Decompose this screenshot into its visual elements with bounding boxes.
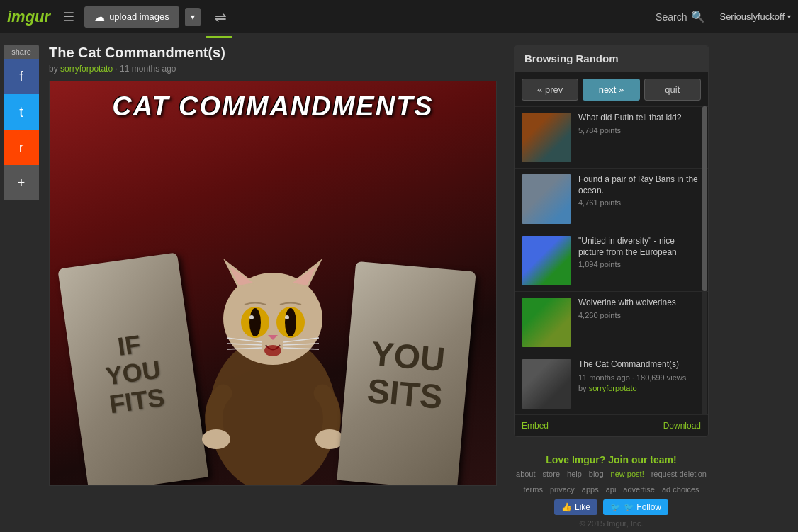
footer-link-deletion[interactable]: request deletion bbox=[651, 470, 707, 478]
list-item[interactable]: Found a pair of Ray Bans in the ocean. 4… bbox=[515, 168, 708, 230]
list-item[interactable]: "United in diversity" - nice picture fro… bbox=[515, 230, 708, 291]
related-points: 1,894 points bbox=[578, 260, 701, 268]
related-title: Wolverine with wolverines bbox=[578, 298, 701, 309]
download-link[interactable]: Download bbox=[663, 421, 701, 431]
svg-point-13 bbox=[264, 345, 281, 356]
facebook-icon: f bbox=[19, 69, 23, 85]
svg-point-20 bbox=[202, 429, 230, 449]
list-item[interactable]: What did Putin tell that kid? 5,784 poin… bbox=[515, 106, 708, 168]
list-item[interactable]: Wolverine with wolverines 4,260 points bbox=[515, 291, 708, 353]
upload-dropdown-button[interactable]: ▾ bbox=[185, 8, 201, 26]
post-meta-prefix: by bbox=[49, 64, 58, 74]
related-info: Wolverine with wolverines 4,260 points bbox=[578, 298, 701, 347]
related-info: What did Putin tell that kid? 5,784 poin… bbox=[578, 113, 701, 162]
related-points: 4,761 points bbox=[578, 198, 701, 207]
related-title: Found a pair of Ray Bans in the ocean. bbox=[578, 174, 701, 196]
post-meta: by sorryforpotato · 11 months ago bbox=[49, 64, 497, 74]
facebook-like-button[interactable]: 👍 Like bbox=[554, 499, 597, 515]
cat-title-text: CAT COMMANDMENTS bbox=[112, 91, 433, 122]
footer-link-api[interactable]: api bbox=[606, 485, 617, 494]
post-image-container: CAT COMMANDMENTS IFYOUFITS bbox=[49, 81, 497, 486]
twitter-follow-button[interactable]: 🐦 🐦 Follow bbox=[603, 499, 668, 515]
copyright: © 2015 Imgur, Inc. bbox=[514, 519, 709, 528]
embed-link[interactable]: Embed bbox=[522, 421, 549, 431]
related-info: The Cat Commandment(s) 11 months ago · 1… bbox=[578, 359, 701, 409]
search-area: Search 🔍 bbox=[656, 10, 705, 23]
reddit-share-button[interactable]: r bbox=[4, 130, 39, 165]
share-label: share bbox=[4, 45, 39, 59]
related-list: What did Putin tell that kid? 5,784 poin… bbox=[515, 106, 708, 414]
related-points: 5,784 points bbox=[578, 126, 701, 135]
hamburger-button[interactable]: ☰ bbox=[59, 6, 79, 28]
svg-point-11 bbox=[285, 315, 289, 319]
twitter-icon: t bbox=[19, 104, 23, 120]
related-title: "United in diversity" - nice picture fro… bbox=[578, 236, 701, 258]
post-time: 11 months ago bbox=[120, 64, 176, 74]
scrollbar[interactable] bbox=[702, 106, 707, 414]
browsing-panel: Browsing Random « prev next » quit What … bbox=[514, 45, 709, 437]
related-thumbnail bbox=[522, 298, 571, 347]
footer-link-blog[interactable]: blog bbox=[589, 470, 604, 478]
twitter-follow-label: 🐦 Follow bbox=[624, 502, 661, 512]
related-author-link[interactable]: sorryforpotato bbox=[589, 384, 637, 392]
post-area: The Cat Commandment(s) by sorryforpotato… bbox=[39, 45, 507, 531]
footer-area: Love Imgur? Join our team! about store h… bbox=[514, 447, 709, 531]
footer-link-store[interactable]: store bbox=[543, 470, 560, 478]
svg-point-9 bbox=[285, 308, 296, 336]
more-icon: + bbox=[18, 176, 26, 191]
related-title: The Cat Commandment(s) bbox=[578, 359, 701, 370]
user-menu[interactable]: Seriouslyfuckoff ▾ bbox=[719, 11, 791, 22]
related-list-wrapper: What did Putin tell that kid? 5,784 poin… bbox=[515, 106, 708, 414]
upload-icon: ☁ bbox=[94, 11, 105, 23]
footer-link-privacy[interactable]: privacy bbox=[550, 485, 575, 494]
nav-buttons: « prev next » quit bbox=[515, 72, 708, 106]
tablet-right-text: YOUSITS bbox=[366, 335, 447, 416]
footer-link-adchoices[interactable]: ad choices bbox=[662, 485, 699, 494]
tablet-left-text: IFYOUFITS bbox=[100, 327, 167, 418]
embed-download-row: Embed Download bbox=[515, 414, 708, 436]
related-meta: 11 months ago · 180,699 views by sorryfo… bbox=[578, 373, 701, 395]
related-info: "United in diversity" - nice picture fro… bbox=[578, 236, 701, 285]
upload-button[interactable]: ☁ upload images bbox=[84, 6, 179, 28]
facebook-share-button[interactable]: f bbox=[4, 59, 39, 94]
footer-links: about store help blog new post! request … bbox=[514, 470, 709, 494]
related-thumbnail bbox=[522, 113, 571, 162]
header: imgur ☰ ☁ upload images ▾ ⇌ Search 🔍 Ser… bbox=[0, 0, 798, 33]
main-content: share f t r + The Cat Commandment(s) by … bbox=[0, 33, 798, 531]
prev-button[interactable]: « prev bbox=[522, 79, 578, 101]
related-title: What did Putin tell that kid? bbox=[578, 113, 701, 124]
scrollbar-thumb[interactable] bbox=[702, 106, 707, 291]
more-share-button[interactable]: + bbox=[4, 165, 39, 200]
footer-link-help[interactable]: help bbox=[567, 470, 582, 478]
right-sidebar: Browsing Random « prev next » quit What … bbox=[507, 45, 716, 531]
footer-link-about[interactable]: about bbox=[516, 470, 536, 478]
quit-button[interactable]: quit bbox=[644, 79, 701, 101]
footer-love-text: Love Imgur? Join our team! bbox=[514, 454, 709, 465]
twitter-share-button[interactable]: t bbox=[4, 94, 39, 130]
footer-link-apps[interactable]: apps bbox=[582, 485, 599, 494]
facebook-like-label: Like bbox=[575, 502, 590, 512]
post-title: The Cat Commandment(s) bbox=[49, 45, 497, 61]
browsing-header: Browsing Random bbox=[515, 45, 708, 72]
post-author-link[interactable]: sorryforpotato bbox=[60, 64, 113, 74]
tablet-right: YOUSITS bbox=[337, 261, 476, 485]
cat-image-background: CAT COMMANDMENTS IFYOUFITS bbox=[50, 81, 496, 485]
next-button[interactable]: next » bbox=[583, 79, 639, 101]
related-thumbnail bbox=[522, 236, 571, 285]
footer-link-terms[interactable]: terms bbox=[523, 485, 543, 494]
footer-link-advertise[interactable]: advertise bbox=[623, 485, 655, 494]
logo: imgur bbox=[7, 8, 50, 26]
twitter-follow-icon: 🐦 bbox=[610, 502, 621, 512]
footer-link-newpost[interactable]: new post! bbox=[611, 470, 644, 478]
list-item[interactable]: The Cat Commandment(s) 11 months ago · 1… bbox=[515, 353, 708, 414]
username-label: Seriouslyfuckoff bbox=[719, 11, 785, 22]
svg-point-8 bbox=[249, 308, 261, 336]
related-points: 4,260 points bbox=[578, 311, 701, 319]
post-image: CAT COMMANDMENTS IFYOUFITS bbox=[50, 81, 496, 485]
social-follow-row: 👍 Like 🐦 🐦 Follow bbox=[514, 499, 709, 515]
chevron-down-icon: ▾ bbox=[787, 13, 791, 21]
search-label: Search bbox=[656, 11, 687, 23]
shuffle-button[interactable]: ⇌ bbox=[209, 6, 232, 28]
share-sidebar: share f t r + bbox=[0, 45, 39, 531]
search-icon[interactable]: 🔍 bbox=[691, 10, 705, 23]
